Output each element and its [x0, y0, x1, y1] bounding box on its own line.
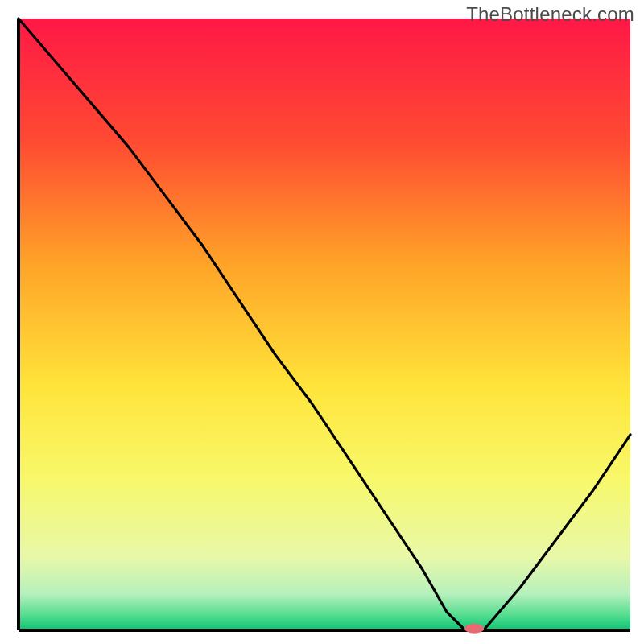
chart-container: TheBottleneck.com: [0, 0, 644, 644]
optimum-marker: [464, 624, 484, 634]
chart-svg: [0, 0, 644, 644]
plot-background: [19, 19, 630, 630]
